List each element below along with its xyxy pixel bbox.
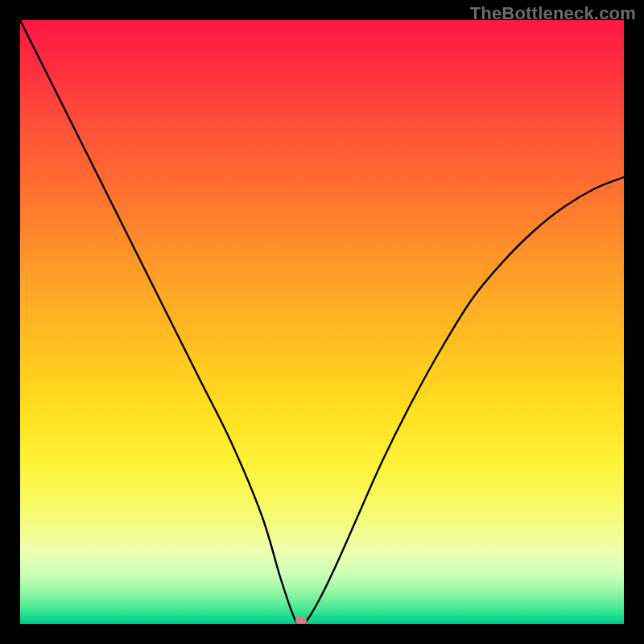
marker-dot	[295, 617, 307, 624]
bottleneck-curve	[20, 20, 624, 624]
plot-area	[20, 20, 624, 624]
watermark-text: TheBottleneck.com	[470, 3, 636, 24]
chart-frame: TheBottleneck.com	[0, 0, 644, 644]
